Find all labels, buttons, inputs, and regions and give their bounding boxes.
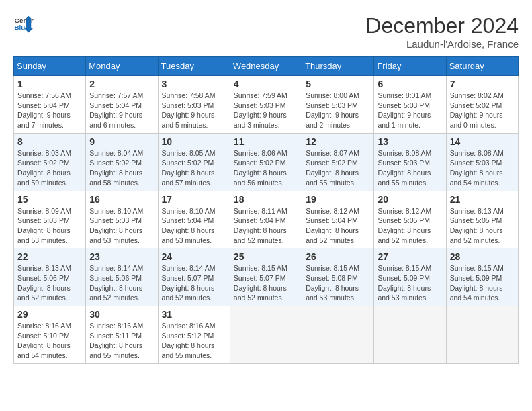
calendar-day-cell: 7 Sunrise: 8:02 AMSunset: 5:02 PMDayligh… <box>446 76 518 134</box>
day-number: 5 <box>306 79 370 89</box>
calendar-day-cell: 1 Sunrise: 7:56 AMSunset: 5:04 PMDayligh… <box>14 76 86 134</box>
day-number: 12 <box>306 136 370 147</box>
calendar-day-cell: 17 Sunrise: 8:10 AMSunset: 5:04 PMDaylig… <box>158 191 230 248</box>
calendar-day-cell: 14 Sunrise: 8:08 AMSunset: 5:03 PMDaylig… <box>446 133 518 191</box>
day-number: 29 <box>17 309 82 320</box>
day-detail: Sunrise: 8:10 AMSunset: 5:03 PMDaylight:… <box>89 207 143 244</box>
calendar-day-cell: 20 Sunrise: 8:12 AMSunset: 5:05 PMDaylig… <box>374 191 446 248</box>
day-number: 3 <box>162 79 226 89</box>
calendar-day-cell: 31 Sunrise: 8:16 AMSunset: 5:12 PMDaylig… <box>158 306 230 364</box>
day-number: 31 <box>162 309 226 320</box>
logo-icon: General Blue <box>13 13 34 34</box>
day-number: 22 <box>17 251 82 262</box>
day-number: 13 <box>378 136 442 147</box>
day-detail: Sunrise: 8:13 AMSunset: 5:06 PMDaylight:… <box>17 264 71 302</box>
day-detail: Sunrise: 7:57 AMSunset: 5:04 PMDaylight:… <box>89 91 143 129</box>
day-detail: Sunrise: 8:08 AMSunset: 5:03 PMDaylight:… <box>378 149 431 187</box>
day-number: 14 <box>450 136 515 147</box>
day-detail: Sunrise: 8:08 AMSunset: 5:03 PMDaylight:… <box>450 149 504 187</box>
day-detail: Sunrise: 7:58 AMSunset: 5:03 PMDaylight:… <box>162 91 216 129</box>
calendar-day-cell: 11 Sunrise: 8:06 AMSunset: 5:02 PMDaylig… <box>230 133 302 191</box>
weekday-header: Saturday <box>446 57 518 76</box>
calendar-day-cell: 24 Sunrise: 8:14 AMSunset: 5:07 PMDaylig… <box>158 248 230 306</box>
logo: General Blue <box>13 13 34 34</box>
calendar-day-cell: 13 Sunrise: 8:08 AMSunset: 5:03 PMDaylig… <box>374 133 446 191</box>
day-number: 20 <box>378 194 442 205</box>
weekday-header: Friday <box>374 57 446 76</box>
weekday-header-row: SundayMondayTuesdayWednesdayThursdayFrid… <box>14 57 519 76</box>
calendar-day-cell: 27 Sunrise: 8:15 AMSunset: 5:09 PMDaylig… <box>374 248 446 306</box>
calendar-week-row: 8 Sunrise: 8:03 AMSunset: 5:02 PMDayligh… <box>14 133 519 191</box>
calendar-week-row: 1 Sunrise: 7:56 AMSunset: 5:04 PMDayligh… <box>14 76 519 134</box>
day-detail: Sunrise: 8:11 AMSunset: 5:04 PMDaylight:… <box>234 207 287 244</box>
day-detail: Sunrise: 8:15 AMSunset: 5:09 PMDaylight:… <box>450 264 504 302</box>
calendar-day-cell: 30 Sunrise: 8:16 AMSunset: 5:11 PMDaylig… <box>86 306 158 364</box>
calendar-day-cell: 19 Sunrise: 8:12 AMSunset: 5:04 PMDaylig… <box>302 191 374 248</box>
calendar-table: SundayMondayTuesdayWednesdayThursdayFrid… <box>13 56 519 364</box>
day-number: 28 <box>450 251 515 262</box>
calendar-day-cell <box>230 306 302 364</box>
day-number: 27 <box>378 251 442 262</box>
day-number: 24 <box>162 251 226 262</box>
day-number: 7 <box>450 79 515 89</box>
day-detail: Sunrise: 8:09 AMSunset: 5:03 PMDaylight:… <box>17 207 71 244</box>
day-detail: Sunrise: 8:16 AMSunset: 5:12 PMDaylight:… <box>162 322 216 359</box>
day-number: 16 <box>89 194 154 205</box>
calendar-day-cell: 18 Sunrise: 8:11 AMSunset: 5:04 PMDaylig… <box>230 191 302 248</box>
calendar-day-cell: 4 Sunrise: 7:59 AMSunset: 5:03 PMDayligh… <box>230 76 302 134</box>
day-number: 25 <box>234 251 298 262</box>
day-detail: Sunrise: 8:15 AMSunset: 5:09 PMDaylight:… <box>378 264 431 302</box>
day-number: 11 <box>234 136 298 147</box>
calendar-day-cell: 16 Sunrise: 8:10 AMSunset: 5:03 PMDaylig… <box>86 191 158 248</box>
calendar-day-cell <box>374 306 446 364</box>
calendar-day-cell: 12 Sunrise: 8:07 AMSunset: 5:02 PMDaylig… <box>302 133 374 191</box>
calendar-day-cell: 3 Sunrise: 7:58 AMSunset: 5:03 PMDayligh… <box>158 76 230 134</box>
day-detail: Sunrise: 7:56 AMSunset: 5:04 PMDaylight:… <box>17 91 71 129</box>
calendar-day-cell: 9 Sunrise: 8:04 AMSunset: 5:02 PMDayligh… <box>86 133 158 191</box>
weekday-header: Wednesday <box>230 57 302 76</box>
day-detail: Sunrise: 8:04 AMSunset: 5:02 PMDaylight:… <box>89 149 143 187</box>
day-number: 9 <box>89 136 154 147</box>
day-number: 4 <box>234 79 298 89</box>
calendar-day-cell: 28 Sunrise: 8:15 AMSunset: 5:09 PMDaylig… <box>446 248 518 306</box>
day-detail: Sunrise: 8:15 AMSunset: 5:08 PMDaylight:… <box>306 264 359 302</box>
day-number: 19 <box>306 194 370 205</box>
calendar-day-cell: 25 Sunrise: 8:15 AMSunset: 5:07 PMDaylig… <box>230 248 302 306</box>
calendar-day-cell: 22 Sunrise: 8:13 AMSunset: 5:06 PMDaylig… <box>14 248 86 306</box>
month-title: December 2024 <box>365 13 519 38</box>
day-detail: Sunrise: 8:05 AMSunset: 5:02 PMDaylight:… <box>162 149 216 187</box>
day-number: 23 <box>89 251 154 262</box>
calendar-week-row: 15 Sunrise: 8:09 AMSunset: 5:03 PMDaylig… <box>14 191 519 248</box>
day-detail: Sunrise: 8:14 AMSunset: 5:07 PMDaylight:… <box>162 264 216 302</box>
day-number: 30 <box>89 309 154 320</box>
calendar-day-cell <box>302 306 374 364</box>
day-detail: Sunrise: 7:59 AMSunset: 5:03 PMDaylight:… <box>234 91 287 129</box>
title-block: December 2024 Laudun-l'Ardoise, France <box>365 13 519 50</box>
calendar-day-cell: 6 Sunrise: 8:01 AMSunset: 5:03 PMDayligh… <box>374 76 446 134</box>
weekday-header: Monday <box>86 57 158 76</box>
calendar-day-cell: 5 Sunrise: 8:00 AMSunset: 5:03 PMDayligh… <box>302 76 374 134</box>
calendar-week-row: 22 Sunrise: 8:13 AMSunset: 5:06 PMDaylig… <box>14 248 519 306</box>
day-number: 1 <box>17 79 82 89</box>
day-number: 17 <box>162 194 226 205</box>
calendar-day-cell: 15 Sunrise: 8:09 AMSunset: 5:03 PMDaylig… <box>14 191 86 248</box>
day-detail: Sunrise: 8:16 AMSunset: 5:11 PMDaylight:… <box>89 322 143 359</box>
day-detail: Sunrise: 8:12 AMSunset: 5:05 PMDaylight:… <box>378 207 431 244</box>
weekday-header: Tuesday <box>158 57 230 76</box>
calendar-day-cell: 23 Sunrise: 8:14 AMSunset: 5:06 PMDaylig… <box>86 248 158 306</box>
day-detail: Sunrise: 8:06 AMSunset: 5:02 PMDaylight:… <box>234 149 287 187</box>
day-detail: Sunrise: 8:01 AMSunset: 5:03 PMDaylight:… <box>378 91 431 129</box>
day-detail: Sunrise: 8:14 AMSunset: 5:06 PMDaylight:… <box>89 264 143 302</box>
day-detail: Sunrise: 8:07 AMSunset: 5:02 PMDaylight:… <box>306 149 359 187</box>
day-detail: Sunrise: 8:00 AMSunset: 5:03 PMDaylight:… <box>306 91 359 129</box>
day-detail: Sunrise: 8:10 AMSunset: 5:04 PMDaylight:… <box>162 207 216 244</box>
day-detail: Sunrise: 8:02 AMSunset: 5:02 PMDaylight:… <box>450 91 504 129</box>
day-detail: Sunrise: 8:03 AMSunset: 5:02 PMDaylight:… <box>17 149 71 187</box>
location-subtitle: Laudun-l'Ardoise, France <box>365 38 519 50</box>
day-detail: Sunrise: 8:15 AMSunset: 5:07 PMDaylight:… <box>234 264 287 302</box>
calendar-day-cell: 8 Sunrise: 8:03 AMSunset: 5:02 PMDayligh… <box>14 133 86 191</box>
calendar-day-cell: 26 Sunrise: 8:15 AMSunset: 5:08 PMDaylig… <box>302 248 374 306</box>
calendar-day-cell <box>446 306 518 364</box>
day-detail: Sunrise: 8:16 AMSunset: 5:10 PMDaylight:… <box>17 322 71 359</box>
calendar-day-cell: 21 Sunrise: 8:13 AMSunset: 5:05 PMDaylig… <box>446 191 518 248</box>
